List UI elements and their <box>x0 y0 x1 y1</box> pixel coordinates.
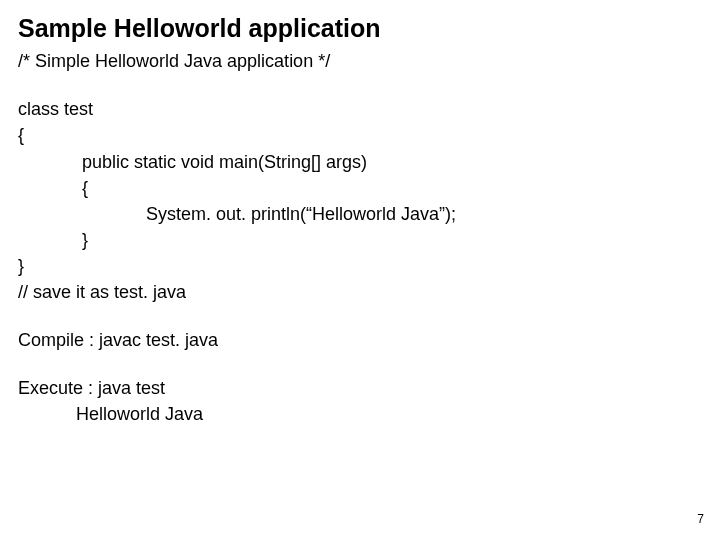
code-line: System. out. println(“Helloworld Java”); <box>18 201 702 227</box>
code-comment: // save it as test. java <box>18 279 702 305</box>
page-number: 7 <box>697 511 704 528</box>
execute-output: Helloworld Java <box>18 401 702 427</box>
execute-section: Execute : java test Helloworld Java <box>18 375 702 427</box>
subtitle: /* Simple Helloworld Java application */ <box>18 48 702 74</box>
code-line: { <box>18 175 702 201</box>
code-line: class test <box>18 96 702 122</box>
code-line: } <box>18 227 702 253</box>
code-block: class test { public static void main(Str… <box>18 96 702 305</box>
page-title: Sample Helloworld application <box>18 10 702 46</box>
code-line: { <box>18 122 702 148</box>
code-line: public static void main(String[] args) <box>18 149 702 175</box>
execute-command: Execute : java test <box>18 375 702 401</box>
code-line: } <box>18 253 702 279</box>
compile-section: Compile : javac test. java <box>18 327 702 353</box>
